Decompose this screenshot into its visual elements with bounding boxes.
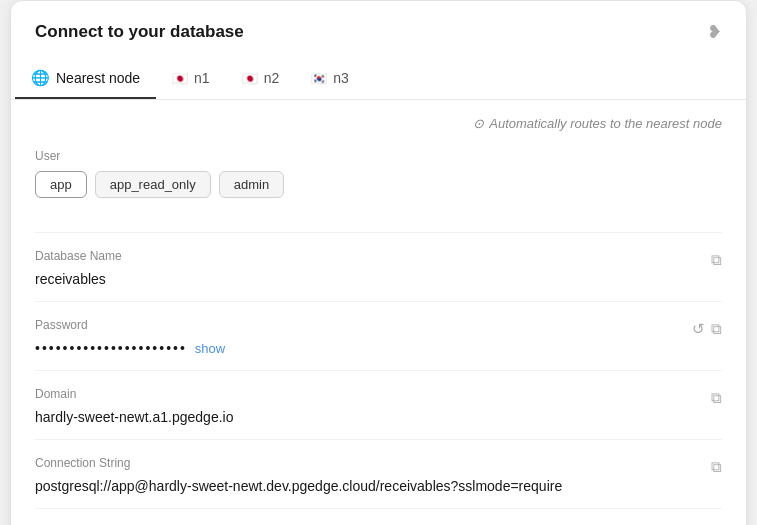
- domain-actions: ⧉: [711, 389, 722, 407]
- location-icon: ⊙: [473, 116, 484, 131]
- card-title: Connect to your database: [35, 22, 244, 42]
- password-content: Password •••••••••••••••••••••• show: [35, 318, 680, 356]
- user-btn-app[interactable]: app: [35, 171, 87, 198]
- database-name-label: Database Name: [35, 249, 699, 263]
- connect-database-card: Connect to your database ❥ 🌐 Nearest nod…: [10, 0, 747, 525]
- connection-string-actions: ⧉: [711, 458, 722, 476]
- pin-icon[interactable]: ❥: [707, 21, 722, 43]
- domain-label: Domain: [35, 387, 699, 401]
- password-label: Password: [35, 318, 680, 332]
- connection-string-content: Connection String postgresql://app@hardl…: [35, 456, 699, 494]
- connection-string-section: Connection String postgresql://app@hardl…: [35, 456, 722, 509]
- domain-row: Domain hardly-sweet-newt.a1.pgedge.io ⧉: [35, 387, 722, 425]
- user-buttons: app app_read_only admin: [35, 171, 722, 198]
- auto-route-text: Automatically routes to the nearest node: [489, 116, 722, 131]
- database-name-section: Database Name receivables ⧉: [35, 249, 722, 302]
- tab-n3[interactable]: 🇰🇷 n3: [295, 59, 365, 99]
- n2-flag-icon: 🇯🇵: [242, 71, 258, 86]
- connection-string-row: Connection String postgresql://app@hardl…: [35, 456, 722, 494]
- tabs-container: 🌐 Nearest node 🇯🇵 n1 🇯🇵 n2 🇰🇷 n3: [11, 59, 746, 100]
- domain-value: hardly-sweet-newt.a1.pgedge.io: [35, 409, 699, 425]
- password-row: Password •••••••••••••••••••••• show ↺ ⧉: [35, 318, 722, 356]
- database-name-content: Database Name receivables: [35, 249, 699, 287]
- tab-n2[interactable]: 🇯🇵 n2: [226, 59, 296, 99]
- tab-n1[interactable]: 🇯🇵 n1: [156, 59, 226, 99]
- database-name-actions: ⧉: [711, 251, 722, 269]
- tab-n2-label: n2: [264, 70, 280, 86]
- connection-string-label: Connection String: [35, 456, 699, 470]
- database-name-value: receivables: [35, 271, 699, 287]
- user-btn-admin[interactable]: admin: [219, 171, 284, 198]
- database-name-row: Database Name receivables ⧉: [35, 249, 722, 287]
- password-actions: ↺ ⧉: [692, 320, 722, 338]
- copy-password-icon[interactable]: ⧉: [711, 320, 722, 338]
- password-dots: ••••••••••••••••••••••: [35, 340, 187, 356]
- copy-database-name-icon[interactable]: ⧉: [711, 251, 722, 269]
- n3-flag-icon: 🇰🇷: [311, 71, 327, 86]
- tab-n1-label: n1: [194, 70, 210, 86]
- show-password-link[interactable]: show: [195, 341, 225, 356]
- nearest-node-globe-icon: 🌐: [31, 69, 50, 87]
- n1-flag-icon: 🇯🇵: [172, 71, 188, 86]
- tab-nearest-node[interactable]: 🌐 Nearest node: [15, 59, 156, 99]
- connection-string-value: postgresql://app@hardly-sweet-newt.dev.p…: [35, 478, 699, 494]
- card-header: Connect to your database ❥: [11, 1, 746, 59]
- tab-n3-label: n3: [333, 70, 349, 86]
- user-section: User app app_read_only admin: [35, 149, 722, 233]
- tab-nearest-node-label: Nearest node: [56, 70, 140, 86]
- domain-section: Domain hardly-sweet-newt.a1.pgedge.io ⧉: [35, 387, 722, 440]
- password-value-row: •••••••••••••••••••••• show: [35, 340, 680, 356]
- user-label: User: [35, 149, 722, 163]
- password-section: Password •••••••••••••••••••••• show ↺ ⧉: [35, 318, 722, 371]
- auto-route-note: ⊙ Automatically routes to the nearest no…: [35, 116, 722, 131]
- user-btn-app-read-only[interactable]: app_read_only: [95, 171, 211, 198]
- content-area: ⊙ Automatically routes to the nearest no…: [11, 100, 746, 525]
- domain-content: Domain hardly-sweet-newt.a1.pgedge.io: [35, 387, 699, 425]
- copy-domain-icon[interactable]: ⧉: [711, 389, 722, 407]
- copy-connection-string-icon[interactable]: ⧉: [711, 458, 722, 476]
- refresh-password-icon[interactable]: ↺: [692, 320, 705, 338]
